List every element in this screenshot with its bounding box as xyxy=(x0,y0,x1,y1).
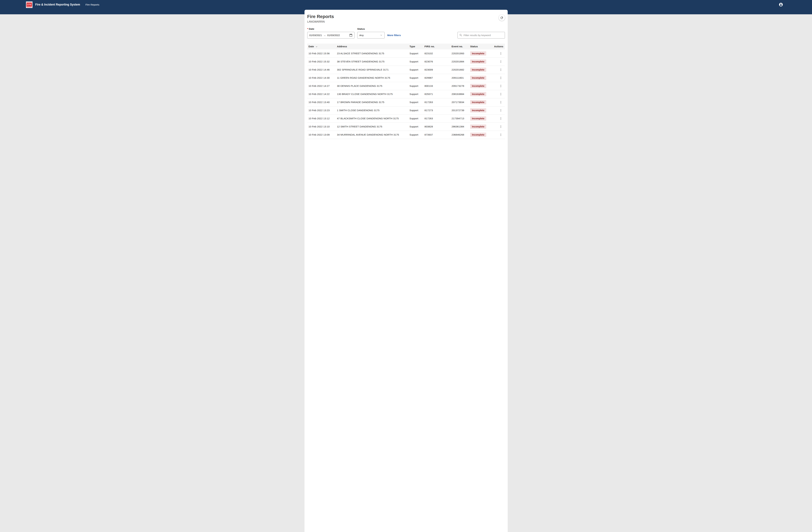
cell-status: Incomplete xyxy=(469,82,493,90)
cell-address: 302 SPRINGVALE ROAD SPRINGVALE 3171 xyxy=(336,66,408,74)
cell-actions xyxy=(493,106,505,114)
cell-firs-no: 817263 xyxy=(423,98,450,106)
title-row: Fire Reports LANGWARRIN xyxy=(307,14,505,23)
report-row[interactable]: 10 Feb 2022 13:12 47 BLACKSMITH CLOSE DA… xyxy=(307,114,505,123)
row-actions-button[interactable] xyxy=(498,59,504,65)
cell-address: 17 BROWN PARADE DANDENONG 3175 xyxy=(336,98,408,106)
report-row[interactable]: 10 Feb 2022 15:56 23 ALSACE STREET DANDE… xyxy=(307,50,505,58)
kebab-menu-icon xyxy=(499,93,503,96)
cell-address: 38 STEVEN STREET DANDENONG 3175 xyxy=(336,58,408,66)
cfa-logo-inner: CFA xyxy=(27,2,32,8)
row-actions-button[interactable] xyxy=(498,92,504,97)
column-header-type: Type xyxy=(408,44,423,50)
cell-event-no: 286361384 xyxy=(450,123,469,131)
cell-type: Support xyxy=(408,74,423,82)
cell-event-no: 220201884 xyxy=(450,58,469,66)
date-range-arrow-icon: → xyxy=(323,34,326,37)
filters-bar: *Date 01/03/2021 → 01/03/2022 Status Any… xyxy=(307,27,505,39)
keyword-search-input[interactable] xyxy=(464,34,503,37)
cell-actions xyxy=(493,50,505,58)
cell-date: 10 Feb 2022 14:30 xyxy=(307,74,336,82)
more-filters-link[interactable]: More filters xyxy=(387,34,401,37)
kebab-menu-icon xyxy=(499,101,503,104)
column-header-date[interactable]: Date xyxy=(307,44,336,50)
status-badge: Incomplete xyxy=(470,68,486,72)
cell-event-no: 207173934 xyxy=(450,98,469,106)
nav-item-fire-reports[interactable]: Fire Reports xyxy=(85,3,99,6)
cell-firs-no: 823076 xyxy=(423,58,450,66)
report-row[interactable]: 10 Feb 2022 15:32 38 STEVEN STREET DANDE… xyxy=(307,58,505,66)
report-row[interactable]: 10 Feb 2022 14:27 30 DENNIS PLACE DANDEN… xyxy=(307,82,505,90)
row-actions-button[interactable] xyxy=(498,116,504,121)
report-row[interactable]: 10 Feb 2022 13:10 12 SMITH STREET DANDEN… xyxy=(307,123,505,131)
cell-actions xyxy=(493,66,505,74)
column-header-firs-no: FIRS no. xyxy=(423,44,450,50)
cell-firs-no: 800133 xyxy=(423,82,450,90)
report-row[interactable]: 10 Feb 2022 14:30 11 GREEN ROAD DANDENON… xyxy=(307,74,505,82)
row-actions-button[interactable] xyxy=(498,67,504,72)
cell-type: Support xyxy=(408,50,423,58)
row-actions-button[interactable] xyxy=(498,124,504,129)
status-badge: Incomplete xyxy=(470,100,486,104)
cell-address: 11 GREEN ROAD DANDENONG NORTH 3175 xyxy=(336,74,408,82)
column-header-address: Address xyxy=(336,44,408,50)
cell-address: 1 SMITH CLOSE DANDENONG 3175 xyxy=(336,106,408,114)
cell-date: 10 Feb 2022 15:56 xyxy=(307,50,336,58)
report-row[interactable]: 10 Feb 2022 14:22 130 BRADY CLOSE DANDEN… xyxy=(307,90,505,98)
fire-reports-table-body: 10 Feb 2022 15:56 23 ALSACE STREET DANDE… xyxy=(307,50,505,139)
date-range-input[interactable]: 01/03/2021 → 01/03/2022 xyxy=(307,32,354,39)
cell-type: Support xyxy=(408,98,423,106)
cell-event-no: 209173278 xyxy=(450,82,469,90)
user-account-button[interactable] xyxy=(779,2,783,7)
cell-status: Incomplete xyxy=(469,66,493,74)
report-row[interactable]: 10 Feb 2022 13:23 1 SMITH CLOSE DANDENON… xyxy=(307,106,505,114)
cfa-logo-text: CFA xyxy=(27,3,31,6)
kebab-menu-icon xyxy=(499,84,503,88)
cell-address: 23 ALSACE STREET DANDENONG 3175 xyxy=(336,50,408,58)
cell-address: 12 SMITH STREET DANDENONG 3175 xyxy=(336,123,408,131)
cell-event-no: 236846268 xyxy=(450,131,469,139)
top-navigation-inner: CFA Fire & Incident Reporting System Fir… xyxy=(26,0,783,9)
status-badge: Incomplete xyxy=(470,59,486,64)
row-actions-button[interactable] xyxy=(498,99,504,105)
cell-date: 10 Feb 2022 13:40 xyxy=(307,98,336,106)
cell-event-no: 209111601 xyxy=(450,74,469,82)
column-header-status: Status xyxy=(469,44,493,50)
cell-firs-no: 823102 xyxy=(423,50,450,58)
row-actions-button[interactable] xyxy=(498,132,504,138)
status-badge: Incomplete xyxy=(470,51,486,56)
cell-event-no: 220201682 xyxy=(450,66,469,74)
cell-status: Incomplete xyxy=(469,90,493,98)
required-asterisk: * xyxy=(307,27,308,30)
cell-type: Support xyxy=(408,106,423,114)
cell-firs-no: 829371 xyxy=(423,90,450,98)
status-select[interactable]: Any xyxy=(357,32,385,39)
cell-address: 130 BRADY CLOSE DANDENONG NORTH 3175 xyxy=(336,90,408,98)
report-row[interactable]: 10 Feb 2022 13:40 17 BROWN PARADE DANDEN… xyxy=(307,98,505,106)
column-header-status-label: Status xyxy=(470,45,478,48)
cell-date: 10 Feb 2022 13:23 xyxy=(307,106,336,114)
row-actions-button[interactable] xyxy=(498,51,504,56)
cell-type: Support xyxy=(408,114,423,123)
cell-status: Incomplete xyxy=(469,58,493,66)
date-filter-group: *Date 01/03/2021 → 01/03/2022 xyxy=(307,27,354,39)
status-badge: Incomplete xyxy=(470,76,486,80)
column-header-address-label: Address xyxy=(337,45,347,48)
cell-actions xyxy=(493,98,505,106)
status-badge: Incomplete xyxy=(470,108,486,112)
cell-firs-no: 823009 xyxy=(423,66,450,74)
row-actions-button[interactable] xyxy=(498,75,504,81)
keyword-search-box xyxy=(458,32,505,39)
row-actions-button[interactable] xyxy=(498,108,504,113)
fire-reports-card: Fire Reports LANGWARRIN *Date 01/03/2021… xyxy=(304,10,508,532)
date-filter-label-text: Date xyxy=(309,27,315,30)
chevron-down-icon xyxy=(380,34,382,37)
report-row[interactable]: 10 Feb 2022 14:46 302 SPRINGVALE ROAD SP… xyxy=(307,66,505,74)
row-actions-button[interactable] xyxy=(498,83,504,89)
refresh-button[interactable] xyxy=(499,15,505,21)
cell-address: 47 BLACKSMITH CLOSE DANDENONG NORTH 3175 xyxy=(336,114,408,123)
kebab-menu-icon xyxy=(499,52,503,55)
status-badge: Incomplete xyxy=(470,125,486,129)
calendar-icon[interactable] xyxy=(349,34,352,37)
report-row[interactable]: 10 Feb 2022 13:09 34 MURRINDAL AVENUE DA… xyxy=(307,131,505,139)
